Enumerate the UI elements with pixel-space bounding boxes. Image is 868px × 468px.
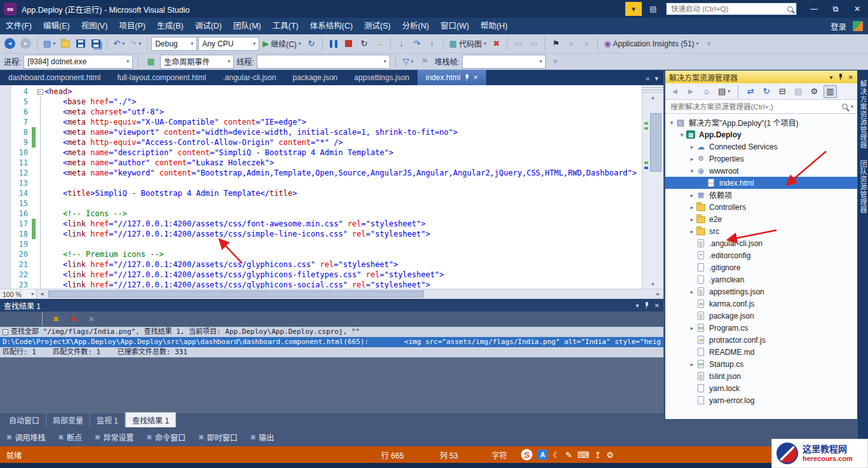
solution-explorer-header[interactable]: 解决方案资源管理器 ▾ ✕	[665, 71, 857, 83]
breakpoint-margin[interactable]	[0, 97, 11, 107]
breakpoint-margin[interactable]	[0, 137, 11, 148]
application-insights-button[interactable]: ◉Application Insights (51)▾	[602, 36, 700, 52]
thread-combo[interactable]: ▾	[257, 55, 390, 69]
breakpoint-margin[interactable]	[0, 178, 11, 188]
show-next-statement-button[interactable]: →	[372, 36, 386, 52]
goto-next-location-button[interactable]: ↓	[4, 312, 18, 327]
code-line[interactable]: 6 <meta charset="utf-8">	[0, 107, 641, 117]
tree-item-properties[interactable]: ▸⚙Properties	[665, 153, 857, 165]
filter-button[interactable]: ▼	[625, 2, 642, 16]
bottom-tab-1[interactable]: 局部变量	[46, 413, 90, 427]
platform-combo[interactable]: Any CPU▾	[198, 37, 259, 51]
find-results-header[interactable]: 查找结果 1 ▾ ✕	[0, 299, 663, 312]
tree-item-.yarnclean[interactable]: .yarnclean	[665, 273, 857, 286]
expander-icon[interactable]: ▾	[668, 120, 675, 126]
save-all-button[interactable]	[89, 36, 103, 52]
diagnostics-button[interactable]: ▭	[527, 36, 541, 52]
tree-item-app.deploy[interactable]: ▾▦App.Deploy	[665, 128, 857, 141]
quick-launch-box[interactable]	[666, 3, 797, 15]
thread-filter-button[interactable]: ▽▾	[401, 54, 416, 69]
bottom-tab-3[interactable]: 查找结果 1	[125, 412, 176, 427]
window-position-icon[interactable]: ▾	[636, 302, 639, 309]
undo-button[interactable]: ↶▾	[111, 36, 126, 52]
expander-icon[interactable]: ▸	[688, 228, 696, 235]
code-line[interactable]: 10 <meta name="description" content="Sim…	[0, 148, 641, 158]
refresh-button[interactable]: ↻	[760, 85, 773, 98]
debug-target-combo[interactable]: Debug▾	[151, 37, 197, 51]
tab-appsettings.json[interactable]: appsettings.json	[346, 70, 417, 85]
code-line[interactable]: 8 <meta name="viewport" content="width=d…	[0, 127, 641, 137]
tree-item-.angular-cli.json[interactable]: .angular-cli.json	[665, 237, 857, 249]
expander-icon[interactable]: ▸	[688, 289, 696, 295]
breakpoint-margin[interactable]	[0, 198, 11, 209]
menu-item-3[interactable]: 项目(P)	[113, 18, 151, 34]
code-area[interactable]: 4−<head>5 <base href="./">6 <meta charse…	[0, 86, 641, 289]
pin-icon[interactable]	[838, 74, 843, 80]
tab-dashboard.component.html[interactable]: dashboard.component.html	[0, 70, 109, 85]
expander-icon[interactable]: ▾	[688, 168, 696, 174]
breakpoint-margin[interactable]	[0, 259, 11, 270]
menu-item-11[interactable]: 窗口(W)	[435, 18, 475, 34]
new-file-button[interactable]: ▤▾	[41, 36, 57, 52]
menu-item-2[interactable]: 视图(V)	[76, 18, 114, 34]
intellitrace-button[interactable]: ▭	[512, 36, 526, 52]
autohide-tab-1[interactable]: ▣断点	[58, 432, 83, 443]
find-summary-row[interactable]: − 查找全部 "/img/flags/India.png", 查找结果 1, 当…	[0, 327, 663, 337]
breakpoint-margin[interactable]	[0, 209, 11, 219]
pin-icon[interactable]	[644, 302, 649, 308]
properties-button[interactable]: ⚙	[808, 85, 820, 98]
breakpoint-margin[interactable]	[0, 158, 11, 168]
scroll-right-icon[interactable]: ►	[653, 291, 663, 297]
expander-icon[interactable]: ▸	[688, 192, 696, 198]
tree-item-app.deploy-1[interactable]: ▾▤解决方案"App.Deploy"(1 个项目)	[665, 116, 857, 128]
prev-bookmark-button[interactable]: «	[564, 36, 578, 52]
autohide-tab-4[interactable]: ▣即时窗口	[198, 432, 238, 443]
forward-button[interactable]: ►	[684, 85, 697, 98]
pin-icon[interactable]	[465, 74, 470, 81]
goto-prev-location-button[interactable]: ↑	[22, 312, 36, 327]
expand-icon[interactable]: ↥	[594, 450, 601, 460]
restore-button[interactable]: ⧉	[825, 0, 846, 18]
pause-button[interactable]	[327, 36, 341, 52]
autohide-tab-2[interactable]: ▣异常设置	[95, 432, 134, 443]
bottom-tab-2[interactable]: 监视 1	[90, 413, 125, 427]
expander-icon[interactable]: ▸	[688, 144, 696, 150]
expander-icon[interactable]: ▸	[688, 204, 696, 210]
tree-item-startup.cs[interactable]: ▸Startup.cs	[665, 358, 857, 370]
code-line[interactable]: 7 <meta http-equiv="X-UA-Compatible" con…	[0, 117, 641, 127]
breakpoint-margin[interactable]	[0, 107, 11, 117]
code-line[interactable]: 5 <base href="./">	[0, 97, 641, 107]
split-handle[interactable]	[642, 85, 663, 93]
stack-frame-combo[interactable]: ▾	[462, 55, 546, 69]
code-line[interactable]: 22 <link href="//127.0.0.1:4200/assets/c…	[0, 270, 641, 280]
tree-item-.editorconfig[interactable]: .editorconfig	[665, 249, 857, 261]
breakpoint-margin[interactable]	[0, 219, 11, 229]
code-line[interactable]: 11 <meta name="author" content="Łukasz H…	[0, 158, 641, 168]
tree-item-controllers[interactable]: ▸Controllers	[665, 201, 857, 213]
process-combo[interactable]: [9384] dotnet.exe▾	[24, 55, 133, 69]
close-button[interactable]: ✕	[846, 0, 868, 18]
code-map-button[interactable]: ▦代码图▾	[447, 36, 488, 52]
tree-item-protractor.conf.js[interactable]: protractor.conf.js	[665, 334, 857, 346]
save-button[interactable]	[74, 36, 88, 52]
expander-icon[interactable]: ▸	[688, 325, 696, 331]
breakpoint-margin[interactable]	[0, 117, 11, 127]
breakpoint-margin[interactable]	[0, 86, 11, 97]
autohide-tab-3[interactable]: ▣命令窗口	[147, 432, 186, 443]
fold-collapse-icon[interactable]: −	[37, 89, 43, 95]
tree-item-index.html[interactable]: index.html	[665, 177, 857, 189]
restart-button[interactable]: ↻	[357, 36, 371, 52]
input-mode-icon[interactable]: A	[538, 450, 548, 460]
code-line[interactable]: 23 <link href="//127.0.0.1:4200/assets/c…	[0, 280, 641, 289]
menu-item-9[interactable]: 测试(S)	[358, 18, 397, 34]
sogou-logo[interactable]: S	[521, 449, 532, 460]
tree-item-row-6[interactable]: ▸▦依赖项	[665, 189, 857, 201]
tree-item-tslint.json[interactable]: tslint.json	[665, 370, 857, 382]
bottom-tab-0[interactable]: 自动窗口	[3, 413, 46, 427]
debugbar-overflow-button[interactable]: ▾	[548, 54, 562, 69]
toolbar-overflow-button[interactable]: ▾	[702, 36, 716, 52]
expander-icon[interactable]: ▸	[688, 216, 696, 223]
menu-item-12[interactable]: 帮助(H)	[475, 18, 513, 34]
code-line[interactable]: 16 <!-- Icons -->	[0, 209, 641, 219]
tree-item-.gitignore[interactable]: .gitignore	[665, 261, 857, 273]
